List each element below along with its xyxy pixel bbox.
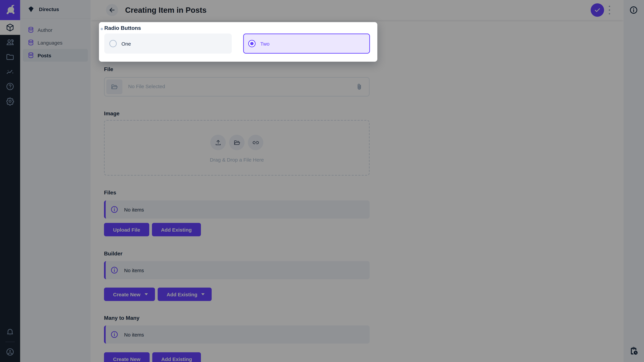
radio-buttons-field-card: Radio Buttons One Two: [99, 22, 377, 62]
edited-indicator-dot: [100, 28, 103, 30]
field-label-radio-buttons: Radio Buttons: [104, 25, 141, 31]
radio-option-one[interactable]: One: [104, 33, 232, 54]
radio-checked-icon: [248, 40, 256, 47]
app-window: Directus Author Languages: [0, 0, 644, 362]
radio-unchecked-icon: [109, 40, 117, 47]
radio-option-two[interactable]: Two: [243, 33, 370, 54]
